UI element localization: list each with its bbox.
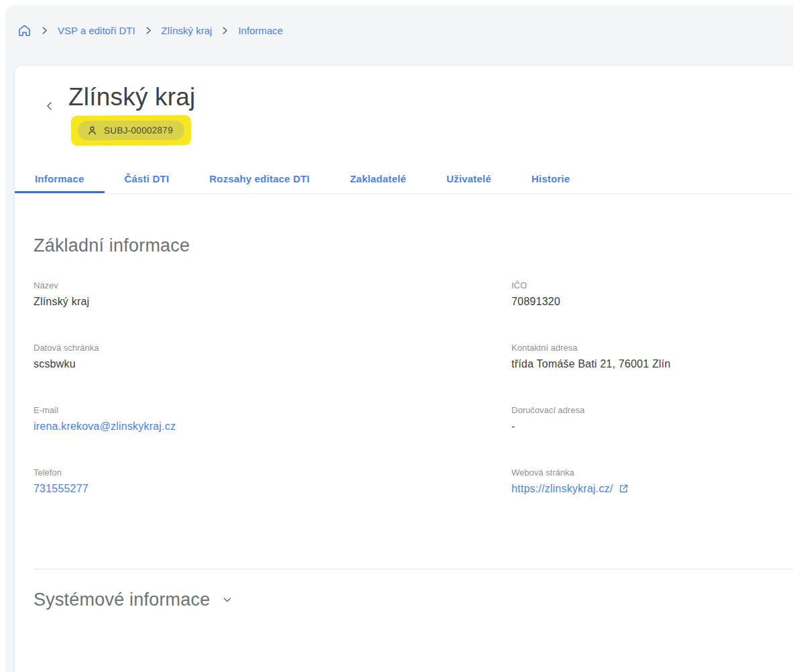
email-link[interactable]: irena.krekova@zlinskykraj.cz [34, 421, 176, 432]
field-value: třída Tomáše Bati 21, 76001 Zlín [511, 358, 793, 370]
subject-id-row: SUBJ-00002879 [71, 115, 793, 146]
field-dorucovaci-adresa: Doručovací adresa - [511, 405, 793, 433]
open-in-new-icon[interactable] [619, 484, 629, 494]
tab-informace[interactable]: Informace [15, 163, 105, 193]
chevron-right-icon [40, 26, 49, 35]
tab-bar: Informace Části DTI Rozsahy editace DTI … [15, 163, 793, 194]
subject-id-badge: SUBJ-00002879 [78, 120, 184, 140]
field-value: Zlínský kraj [34, 296, 511, 308]
field-email: E-mail irena.krekova@zlinskykraj.cz [34, 405, 511, 433]
field-kontaktni-adresa: Kontaktní adresa třída Tomáše Bati 21, 7… [511, 343, 793, 370]
field-label: Webová stránka [511, 467, 793, 478]
field-label: IČO [511, 280, 793, 290]
tab-rozsahy-editace-dti[interactable]: Rozsahy editace DTI [189, 163, 330, 193]
tab-casti-dti[interactable]: Části DTI [105, 163, 190, 193]
breadcrumb-link-vsp[interactable]: VSP a editoři DTI [58, 25, 135, 36]
tab-zakladatele[interactable]: Zakladatelé [330, 163, 426, 193]
person-icon [86, 125, 98, 136]
section-divider [34, 569, 793, 569]
breadcrumb-link-subject[interactable]: Zlínský kraj [162, 25, 212, 36]
basic-info-grid: Název Zlínský kraj IČO 70891320 Datová s… [34, 280, 793, 530]
back-button[interactable] [44, 101, 55, 111]
field-value: 70891320 [511, 296, 793, 308]
home-icon[interactable] [17, 23, 32, 38]
page-title: Zlínský kraj [68, 83, 195, 112]
field-label: Název [34, 280, 511, 290]
field-telefon: Telefon 731555277 [34, 467, 511, 495]
subject-detail-card: Zlínský kraj SUBJ-00002879 Informace Čás… [15, 66, 793, 672]
chevron-down-icon[interactable] [222, 594, 233, 605]
tab-uzivatele[interactable]: Uživatelé [426, 163, 511, 193]
field-ico: IČO 70891320 [511, 280, 793, 308]
field-label: Datová schránka [34, 343, 511, 353]
chevron-right-icon [144, 26, 153, 35]
field-label: Kontaktní adresa [511, 343, 793, 353]
field-nazev: Název Zlínský kraj [34, 280, 511, 308]
website-link[interactable]: https://zlinskykraj.cz/ [511, 483, 613, 495]
field-label: E-mail [34, 405, 511, 415]
page-header: Zlínský kraj [15, 75, 793, 112]
field-datova-schranka: Datová schránka scsbwku [34, 343, 511, 370]
subject-id-label: SUBJ-00002879 [104, 125, 173, 135]
field-webova-stranka: Webová stránka https://zlinskykraj.cz/ [511, 467, 793, 495]
page-background-panel: VSP a editoři DTI Zlínský kraj Informace… [5, 5, 793, 672]
section-title-basic-info: Základní informace [34, 235, 793, 256]
field-value: - [511, 421, 793, 433]
phone-link[interactable]: 731555277 [34, 483, 88, 494]
field-label: Telefon [34, 467, 511, 478]
field-label: Doručovací adresa [511, 405, 793, 415]
section-title-system-info: Systémové informace [34, 590, 210, 610]
tab-historie[interactable]: Historie [511, 163, 590, 193]
tab-content: Základní informace Název Zlínský kraj IČ… [15, 235, 793, 610]
breadcrumb: VSP a editoři DTI Zlínský kraj Informace [5, 5, 793, 55]
field-value: scsbwku [34, 358, 511, 370]
system-info-section-header[interactable]: Systémové informace [34, 590, 793, 610]
breadcrumb-link-informace[interactable]: Informace [238, 25, 283, 36]
yellow-highlight-annotation: SUBJ-00002879 [71, 115, 191, 146]
chevron-right-icon [221, 26, 229, 35]
